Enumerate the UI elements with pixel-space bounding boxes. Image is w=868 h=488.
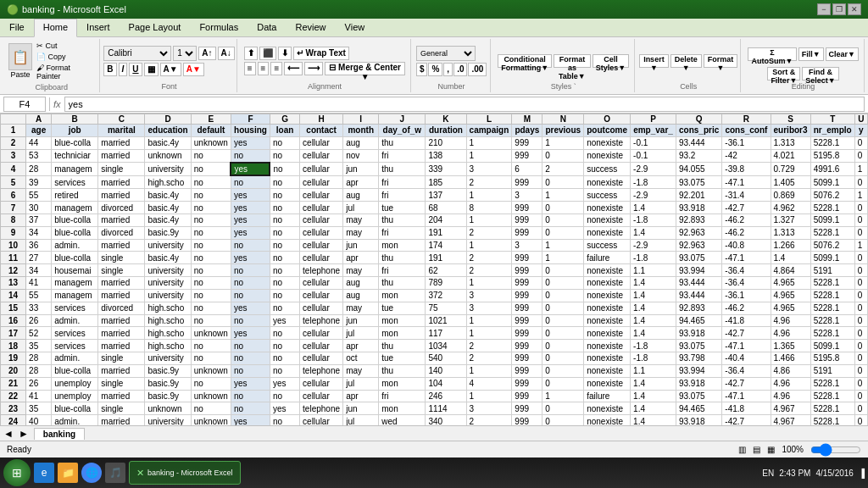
cell-H16[interactable]: telephone [300, 314, 343, 327]
cell-C14[interactable]: married [98, 289, 145, 302]
cell-K4[interactable]: 339 [426, 163, 466, 176]
cell-C15[interactable]: divorced [98, 302, 145, 314]
cell-M12[interactable]: 999 [512, 264, 542, 277]
cell-H22[interactable]: cellular [300, 390, 343, 402]
cell-U14[interactable]: 0 [854, 289, 867, 302]
cell-A13[interactable]: 41 [26, 277, 52, 290]
cell-R16[interactable]: -41.8 [722, 314, 771, 327]
cell-M22[interactable]: 999 [512, 390, 542, 402]
increase-decimal-button[interactable]: .0 [453, 63, 467, 76]
font-size-select[interactable]: 11 [173, 46, 197, 61]
cell-D19[interactable]: university [145, 352, 191, 365]
cell-Q19[interactable]: 93.798 [676, 352, 721, 365]
cell-O15[interactable]: nonexiste [584, 302, 631, 314]
cell-P17[interactable]: 1.4 [631, 327, 676, 340]
cell-I10[interactable]: jun [343, 239, 379, 252]
cell-P1[interactable]: emp_var_ [631, 125, 676, 137]
cell-H12[interactable]: telephone [300, 264, 343, 277]
cell-P3[interactable]: -0.1 [631, 149, 676, 162]
cell-A8[interactable]: 37 [26, 214, 52, 226]
cell-G23[interactable]: yes [270, 402, 299, 415]
cell-A19[interactable]: 28 [26, 352, 52, 365]
cell-O3[interactable]: nonexiste [584, 149, 631, 162]
cell-N5[interactable]: 0 [542, 175, 584, 188]
cell-N4[interactable]: 2 [542, 163, 584, 176]
cell-G18[interactable]: no [270, 340, 299, 352]
cell-D16[interactable]: high.scho [145, 314, 191, 327]
cell-E10[interactable]: no [191, 239, 231, 252]
cell-E4[interactable]: no [191, 163, 231, 176]
cell-R1[interactable]: cons_conf [722, 125, 771, 137]
cell-D12[interactable]: university [145, 264, 191, 277]
row-num-20[interactable]: 20 [1, 364, 26, 377]
cell-B11[interactable]: blue-colla [52, 252, 98, 264]
cell-I18[interactable]: apr [343, 340, 379, 352]
cell-T22[interactable]: 5228.1 [810, 390, 854, 402]
cell-R15[interactable]: -46.2 [722, 302, 771, 314]
cell-P15[interactable]: 1.4 [631, 302, 676, 314]
cell-G13[interactable]: no [270, 277, 299, 290]
cell-C18[interactable]: married [98, 340, 145, 352]
cell-Q9[interactable]: 92.963 [676, 226, 721, 239]
cell-F14[interactable]: no [231, 289, 270, 302]
cell-P12[interactable]: 1.1 [631, 264, 676, 277]
cell-D1[interactable]: education [145, 125, 191, 137]
cell-B2[interactable]: blue-colla [52, 136, 98, 149]
cell-R20[interactable]: -36.4 [722, 364, 771, 377]
align-center-button[interactable]: ≡ [258, 62, 270, 75]
col-header-I[interactable]: I [343, 114, 379, 125]
cell-U7[interactable]: 0 [854, 202, 867, 214]
cell-P23[interactable]: 1.4 [631, 402, 676, 415]
cell-O14[interactable]: nonexiste [584, 289, 631, 302]
cell-Q7[interactable]: 93.918 [676, 202, 721, 214]
cell-D15[interactable]: high.scho [145, 302, 191, 314]
cell-K15[interactable]: 75 [426, 302, 466, 314]
cell-H21[interactable]: cellular [300, 377, 343, 390]
cell-K2[interactable]: 210 [426, 136, 466, 149]
cell-C2[interactable]: married [98, 136, 145, 149]
cell-D17[interactable]: high.scho [145, 327, 191, 340]
cell-L21[interactable]: 4 [466, 377, 512, 390]
cell-S18[interactable]: 1.365 [771, 340, 810, 352]
cell-K1[interactable]: duration [426, 125, 466, 137]
cell-M10[interactable]: 3 [512, 239, 542, 252]
cell-J3[interactable]: fri [379, 149, 426, 162]
cell-T16[interactable]: 5228.1 [810, 314, 854, 327]
cell-E15[interactable]: no [191, 302, 231, 314]
cell-E3[interactable]: no [191, 149, 231, 162]
cell-M3[interactable]: 999 [512, 149, 542, 162]
cell-E19[interactable]: no [191, 352, 231, 365]
cell-K17[interactable]: 117 [426, 327, 466, 340]
cell-F16[interactable]: no [231, 314, 270, 327]
cell-D21[interactable]: basic.9y [145, 377, 191, 390]
cell-F10[interactable]: no [231, 239, 270, 252]
cell-M2[interactable]: 999 [512, 136, 542, 149]
cell-O11[interactable]: failure [584, 252, 631, 264]
cell-S16[interactable]: 4.96 [771, 314, 810, 327]
cell-P11[interactable]: -1.8 [631, 252, 676, 264]
cell-I19[interactable]: oct [343, 352, 379, 365]
cell-A6[interactable]: 55 [26, 189, 52, 202]
cell-A20[interactable]: 28 [26, 364, 52, 377]
view-page-break-icon[interactable]: ▦ [767, 445, 775, 454]
cell-I7[interactable]: jul [343, 202, 379, 214]
zoom-slider[interactable] [810, 445, 861, 455]
cell-B3[interactable]: techniciar [52, 149, 98, 162]
cell-B21[interactable]: unemploy [52, 377, 98, 390]
cell-A9[interactable]: 34 [26, 226, 52, 239]
cell-M11[interactable]: 999 [512, 252, 542, 264]
cell-A16[interactable]: 26 [26, 314, 52, 327]
cell-N17[interactable]: 0 [542, 327, 584, 340]
cell-F4[interactable]: yes [231, 163, 270, 176]
cell-D10[interactable]: university [145, 239, 191, 252]
cell-G19[interactable]: no [270, 352, 299, 365]
cell-B4[interactable]: managem [52, 163, 98, 176]
cell-F22[interactable]: no [231, 390, 270, 402]
cell-E8[interactable]: no [191, 214, 231, 226]
cell-G1[interactable]: loan [270, 125, 299, 137]
cell-H3[interactable]: cellular [300, 149, 343, 162]
cell-L12[interactable]: 2 [466, 264, 512, 277]
cell-U20[interactable]: 0 [854, 364, 867, 377]
cell-C9[interactable]: divorced [98, 226, 145, 239]
col-header-K[interactable]: K [426, 114, 466, 125]
